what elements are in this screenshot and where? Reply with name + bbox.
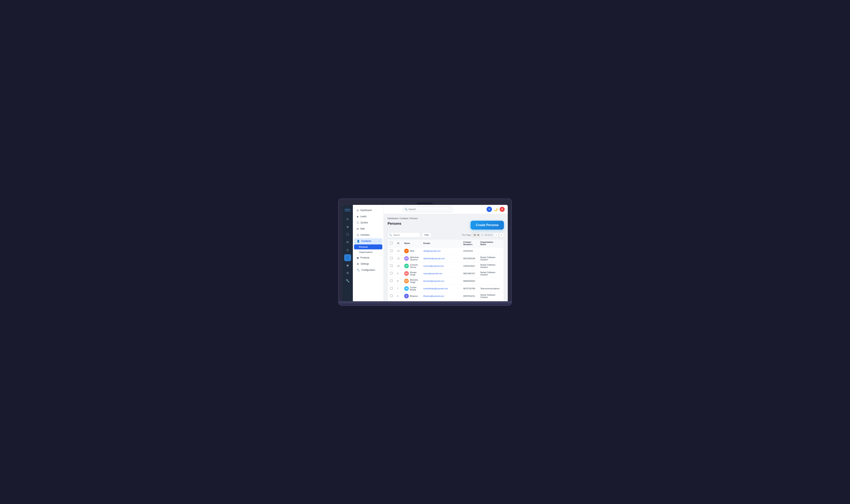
row-checkbox-1[interactable] — [390, 257, 393, 259]
row-org: Telecommunications — [478, 285, 502, 292]
row-name-text: Abhi — [410, 250, 414, 252]
filter-search-input[interactable] — [387, 232, 420, 238]
flyout-quotes[interactable]: ☐ Quotes — [354, 220, 382, 226]
logo-text: netset — [345, 209, 350, 211]
row-email: Bhawna@yopmail.com — [421, 292, 461, 300]
row-avatar: RS — [404, 271, 409, 276]
contacts-expand-icon: › — [379, 240, 380, 242]
row-actions: 👁 ✏ 🗑 — [502, 300, 504, 301]
persons-table-element: ID Name Emails Contact Numbers Organizat… — [388, 239, 504, 301]
table-row: 8 BS Birendra Singh birendra@yopmail.com… — [388, 277, 504, 285]
topbar-right: + 🌙 R — [487, 206, 505, 212]
row-checkbox-cell — [388, 255, 395, 262]
add-button[interactable]: + — [487, 206, 492, 212]
sidebar-item-contacts[interactable]: 👤 — [344, 254, 351, 261]
header-phones: Contact Numbers — [461, 239, 478, 247]
row-id: 6 — [395, 292, 402, 300]
topbar: 🔍 + 🌙 R — [384, 205, 508, 214]
configuration-icon: 🔧 — [357, 269, 360, 272]
row-email: tusharbhatia@yopmail.com — [421, 285, 461, 292]
prev-page-button[interactable]: ‹ — [494, 233, 499, 237]
row-checkbox-3[interactable] — [390, 272, 393, 274]
sidebar-item-dashboard[interactable]: ⊙ — [344, 216, 351, 222]
row-checkbox-2[interactable] — [390, 265, 393, 267]
row-name-text: Tushar Bhatia — [410, 286, 419, 291]
flyout-activities-label: Activities — [360, 234, 369, 236]
persons-table: ID Name Emails Contact Numbers Organizat… — [387, 239, 504, 301]
row-actions: 👁 ✏ 🗑 — [502, 255, 504, 262]
next-page-button[interactable]: › — [499, 233, 504, 237]
row-checkbox-4[interactable] — [390, 280, 393, 282]
row-checkbox-cell — [388, 270, 395, 277]
topbar-search-input[interactable] — [403, 206, 453, 212]
row-checkbox-5[interactable] — [390, 287, 393, 289]
search-icon: 🔍 — [404, 208, 407, 211]
sidebar-flyout: ⊙ Dashboard ◈ Leads ☐ Quotes ✉ Mail — [353, 205, 384, 301]
flyout-organizations[interactable]: Organizations — [354, 250, 382, 255]
flyout-activities[interactable]: ◷ Activities — [354, 232, 382, 238]
row-name-text: Bhawna — [410, 295, 418, 297]
row-actions: 👁 ✏ 🗑 — [502, 270, 504, 277]
flyout-products[interactable]: ◉ Products — [354, 255, 382, 261]
select-all-checkbox[interactable] — [390, 242, 393, 244]
header-actions — [502, 239, 504, 247]
filter-button[interactable]: Filter — [422, 232, 432, 238]
flyout-quotes-label: Quotes — [361, 221, 368, 224]
flyout-contacts[interactable]: 👤 Contacts › — [354, 238, 382, 244]
sidebar-item-products[interactable]: ◉ — [344, 262, 351, 269]
row-name: RS Rivaan Singh — [402, 270, 421, 277]
row-org: Netset Software Solution — [478, 270, 502, 277]
flyout-settings[interactable]: ⚙ Settings — [354, 261, 382, 267]
contacts-icon: 👤 — [357, 240, 360, 242]
header-id: ID — [395, 239, 402, 247]
row-id: 7 — [395, 285, 402, 292]
header-org: Organization Name — [478, 239, 502, 247]
table-toolbar: 🔍 Filter Per Page 10 25 — [387, 232, 504, 238]
row-phone: 9876726789 — [461, 285, 478, 292]
row-name: BS Birendra Singh — [402, 277, 421, 285]
row-checkbox-0[interactable] — [390, 249, 393, 252]
row-checkbox-cell — [388, 262, 395, 270]
flyout-leads[interactable]: ◈ Leads — [354, 214, 382, 219]
row-phone: 9895656555 — [461, 277, 478, 285]
sidebar-item-mail[interactable]: ✉ — [344, 239, 351, 246]
user-avatar[interactable]: R — [500, 207, 505, 212]
flyout-configuration[interactable]: 🔧 Configuration — [354, 267, 382, 273]
table-row: 12 A Abhi abhi@yopmail.com 23232323 👁 ✏ … — [388, 247, 504, 255]
sidebar-item-leads[interactable]: ◈ — [344, 223, 351, 230]
breadcrumb-dashboard[interactable]: Dashboard — [387, 217, 398, 219]
pagination-range: 1 - 10 of 11 — [482, 234, 492, 236]
row-actions: 👁 ✏ 🗑 — [502, 285, 504, 292]
row-phone: 0987654231 — [461, 292, 478, 300]
flyout-leads-label: Leads — [360, 215, 367, 218]
row-name: TB Tushar Bhatia — [402, 285, 421, 292]
main-content: 🔍 + 🌙 R Dashboard / — [384, 205, 508, 301]
row-avatar: SV — [404, 264, 409, 268]
topbar-search-container: 🔍 — [403, 206, 453, 212]
row-actions: 👁 ✏ 🗑 — [502, 292, 504, 300]
sidebar-item-configuration[interactable]: 🔧 — [344, 277, 351, 284]
sidebar-item-settings[interactable]: ⚙ — [344, 270, 351, 276]
row-checkbox-6[interactable] — [390, 294, 393, 297]
table-row: 11 AS Abhishek Sharma abhishek@yopmail.c… — [388, 255, 504, 262]
flyout-organizations-label: Organizations — [359, 251, 373, 253]
create-persona-button[interactable]: Create Persona — [470, 221, 504, 230]
row-name: SV Sumesh Verma — [402, 262, 421, 270]
table-row: 7 TB Tushar Bhatia tusharbhatia@yopmail.… — [388, 285, 504, 292]
flyout-mail[interactable]: ✉ Mail — [354, 226, 382, 232]
flyout-dashboard[interactable]: ⊙ Dashboard — [354, 208, 382, 213]
laptop-base — [338, 302, 512, 306]
breadcrumb: Dashboard / Contacts / Persons — [387, 217, 504, 219]
flyout-configuration-label: Configuration — [361, 269, 375, 271]
sidebar-item-activities[interactable]: ◷ — [344, 247, 351, 253]
per-page-dropdown[interactable]: 10 25 50 — [472, 233, 480, 237]
dashboard-icon: ⊙ — [357, 209, 359, 212]
dark-mode-toggle[interactable]: 🌙 — [494, 208, 498, 211]
sidebar-item-quotes[interactable]: ☐ — [344, 231, 351, 238]
header-checkbox-cell — [388, 239, 395, 247]
header-emails: Emails — [421, 239, 461, 247]
flyout-persons[interactable]: Persons — [354, 245, 382, 249]
row-name: AS Abhishek Sharma — [402, 255, 421, 262]
row-name-text: Sumesh Verma — [410, 264, 419, 268]
breadcrumb-contacts[interactable]: Contacts — [400, 217, 408, 219]
